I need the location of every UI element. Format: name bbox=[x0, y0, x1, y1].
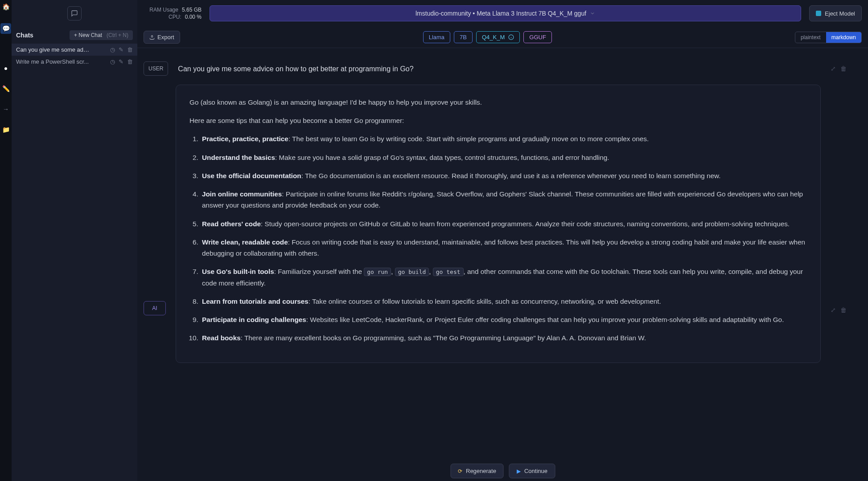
message-square-icon bbox=[71, 10, 78, 17]
ai-message-body: Go (also known as Golang) is an amazing … bbox=[176, 85, 821, 363]
user-message: USER Can you give me some advice on how … bbox=[144, 61, 847, 76]
user-message-text: Can you give me some advice on how to ge… bbox=[178, 61, 413, 73]
tag-llama: Llama bbox=[423, 31, 450, 43]
tip-item: Read books: There are many excellent boo… bbox=[200, 332, 807, 343]
view-plaintext-button[interactable]: plaintext bbox=[795, 32, 826, 43]
ai-intro-1: Go (also known as Golang) is an amazing … bbox=[189, 97, 807, 108]
model-selector[interactable]: lmstudio-community • Meta Llama 3 Instru… bbox=[210, 5, 801, 21]
info-icon bbox=[508, 34, 514, 40]
tips-list: Practice, practice, practice: The best w… bbox=[189, 133, 807, 343]
ai-intro-2: Here are some tips that can help you bec… bbox=[189, 115, 807, 126]
new-chat-button[interactable]: + New Chat (Ctrl + N) bbox=[70, 30, 133, 40]
regenerate-button[interactable]: ⟳ Regenerate bbox=[450, 464, 504, 478]
pencil-icon[interactable]: ✎ bbox=[119, 58, 123, 65]
top-bar: RAM Usage 5.65 GB CPU: 0.00 % lmstudio-c… bbox=[137, 0, 868, 27]
tip-item: Write clean, readable code: Focus on wri… bbox=[200, 236, 807, 259]
expand-icon[interactable]: ⤢ bbox=[831, 65, 836, 72]
new-chat-label: + New Chat bbox=[74, 32, 102, 38]
chevron-down-icon bbox=[590, 11, 595, 16]
view-markdown-button[interactable]: markdown bbox=[826, 32, 861, 43]
tag-quant[interactable]: Q4_K_M bbox=[476, 31, 520, 43]
quant-label: Q4_K_M bbox=[482, 34, 505, 41]
rail-home-icon[interactable]: 🏠 bbox=[2, 3, 10, 11]
cpu-label: CPU: bbox=[169, 14, 181, 20]
clock-icon[interactable]: ◷ bbox=[110, 46, 115, 53]
ai-message: AI Go (also known as Golang) is an amazi… bbox=[144, 85, 847, 363]
tags-row: Export Llama 7B Q4_K_M GGUF plaintext ma… bbox=[137, 27, 868, 48]
tip-item: Read others' code: Study open-source pro… bbox=[200, 218, 807, 229]
chat-item-label: Can you give me some advi... bbox=[16, 46, 92, 53]
view-toggle: plaintext markdown bbox=[795, 32, 862, 43]
export-label: Export bbox=[157, 34, 174, 41]
chat-list-item[interactable]: Write me a PowerShell scr... ◷ ✎ 🗑 bbox=[12, 56, 137, 68]
chat-panel-icon-button[interactable] bbox=[67, 6, 82, 20]
eject-label: Eject Model bbox=[825, 10, 855, 17]
ram-label: RAM Usage bbox=[149, 7, 178, 13]
tip-item: Join online communities: Participate in … bbox=[200, 188, 807, 211]
rail-folder-icon[interactable]: 📁 bbox=[2, 126, 10, 134]
cpu-value: 0.00 % bbox=[185, 14, 202, 20]
tag-7b: 7B bbox=[454, 31, 473, 43]
role-badge-ai: AI bbox=[144, 301, 166, 315]
tip-item: Use the official documentation: The Go d… bbox=[200, 170, 807, 181]
ram-value: 5.65 GB bbox=[182, 7, 202, 13]
tip-item: Understand the basics: Make sure you hav… bbox=[200, 152, 807, 163]
refresh-icon: ⟳ bbox=[458, 468, 462, 474]
chats-title: Chats bbox=[16, 32, 33, 39]
main-panel: RAM Usage 5.65 GB CPU: 0.00 % lmstudio-c… bbox=[137, 0, 868, 481]
rail-edit-icon[interactable]: ✏️ bbox=[2, 85, 10, 93]
eject-icon bbox=[816, 11, 821, 16]
continue-label: Continue bbox=[524, 468, 547, 474]
new-chat-kbd: (Ctrl + N) bbox=[107, 32, 128, 38]
conversation: USER Can you give me some advice on how … bbox=[137, 48, 868, 481]
upload-icon bbox=[149, 35, 155, 40]
rail-chat-icon[interactable]: 💬 bbox=[0, 23, 11, 34]
expand-icon[interactable]: ⤢ bbox=[831, 306, 836, 314]
model-label: lmstudio-community • Meta Llama 3 Instru… bbox=[415, 10, 586, 17]
tip-item: Participate in coding challenges: Websit… bbox=[200, 314, 807, 325]
clock-icon[interactable]: ◷ bbox=[110, 58, 115, 65]
regenerate-label: Regenerate bbox=[466, 468, 496, 474]
inline-code: go run bbox=[364, 268, 391, 276]
trash-icon[interactable]: 🗑 bbox=[840, 65, 847, 72]
role-badge-user: USER bbox=[144, 61, 168, 76]
footer-buttons: ⟳ Regenerate ▶ Continue bbox=[432, 455, 573, 478]
play-icon: ▶ bbox=[517, 468, 521, 474]
chat-item-label: Write me a PowerShell scr... bbox=[16, 58, 89, 65]
eject-model-button[interactable]: Eject Model bbox=[809, 5, 862, 21]
left-rail: 🏠 💬 ● ✏️ → 📁 bbox=[0, 0, 12, 481]
trash-icon[interactable]: 🗑 bbox=[127, 58, 133, 65]
tip-item: Learn from tutorials and courses: Take o… bbox=[200, 296, 807, 307]
tip-item: Practice, practice, practice: The best w… bbox=[200, 133, 807, 144]
trash-icon[interactable]: 🗑 bbox=[127, 46, 133, 53]
pencil-icon[interactable]: ✎ bbox=[119, 46, 123, 53]
tip-item: Use Go's built-in tools: Familiarize you… bbox=[200, 266, 807, 288]
system-stats: RAM Usage 5.65 GB CPU: 0.00 % bbox=[144, 7, 202, 20]
chats-sidebar: Chats + New Chat (Ctrl + N) Can you give… bbox=[12, 0, 137, 481]
rail-bulb-icon[interactable]: ● bbox=[2, 64, 10, 72]
export-button[interactable]: Export bbox=[144, 31, 180, 44]
inline-code: go test bbox=[433, 268, 464, 276]
inline-code: go build bbox=[395, 268, 429, 276]
tag-gguf: GGUF bbox=[523, 31, 552, 43]
rail-arrow-icon[interactable]: → bbox=[2, 105, 10, 113]
continue-button[interactable]: ▶ Continue bbox=[509, 464, 555, 478]
chat-list-item[interactable]: Can you give me some advi... ◷ ✎ 🗑 bbox=[12, 44, 137, 56]
trash-icon[interactable]: 🗑 bbox=[840, 306, 847, 314]
